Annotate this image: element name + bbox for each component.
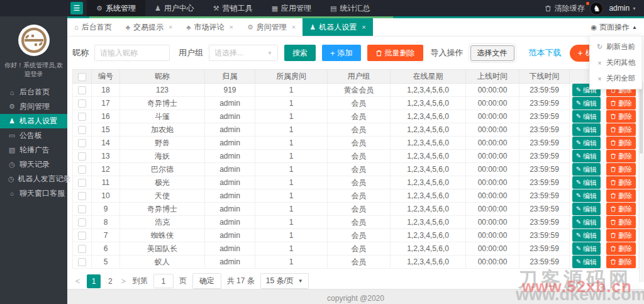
tab-robot-settings[interactable]: ♟ 机器人设置 × xyxy=(303,18,372,36)
edit-button[interactable]: ✎ 编辑 xyxy=(572,176,601,189)
add-button[interactable]: + 添加 xyxy=(322,45,361,61)
cell-days: 1,2,3,4,5,6,0 xyxy=(391,216,466,229)
sidebar-item-robot-settings[interactable]: ♟ 机器人设置 xyxy=(0,114,67,128)
tab-close-icon[interactable]: × xyxy=(362,23,365,31)
edit-button[interactable]: ✎ 编辑 xyxy=(572,216,601,228)
tab-room-management[interactable]: ⚙ 房间管理 × xyxy=(240,18,303,36)
user-menu[interactable]: admin ▼ xyxy=(609,4,636,13)
goto-page-input[interactable] xyxy=(153,274,174,288)
delete-button[interactable]: 删除 xyxy=(606,110,636,123)
scrollbar-thumb[interactable] xyxy=(640,87,643,154)
template-download-link[interactable]: 范本下载 xyxy=(529,47,562,59)
edit-button[interactable]: ✎ 编辑 xyxy=(572,97,601,110)
nav-item-system-management[interactable]: ⚙ 系统管理 xyxy=(87,0,145,16)
logo xyxy=(18,24,50,57)
sidebar-item-carousel-ads[interactable]: ▧ 轮播广告 xyxy=(0,143,67,157)
row-checkbox[interactable] xyxy=(78,126,86,134)
batch-delete-button[interactable]: 批量删除 xyxy=(367,45,423,61)
row-checkbox[interactable] xyxy=(78,245,86,253)
edit-button[interactable]: ✎ 编辑 xyxy=(572,256,601,268)
delete-button[interactable]: 删除 xyxy=(606,176,636,189)
clear-cache-button[interactable]: 清除缓存 xyxy=(545,3,584,14)
delete-button[interactable]: 删除 xyxy=(606,150,636,162)
choose-file-button[interactable]: 选择文件 xyxy=(470,45,514,61)
search-button[interactable]: 搜索 xyxy=(284,45,316,61)
row-checkbox[interactable] xyxy=(78,152,86,160)
row-checkbox[interactable] xyxy=(78,258,86,266)
row-checkbox[interactable] xyxy=(78,166,86,174)
delete-button[interactable]: 删除 xyxy=(606,137,636,149)
row-checkbox[interactable] xyxy=(78,192,86,200)
board-icon: ▭ xyxy=(8,132,16,140)
tab-close-icon[interactable]: × xyxy=(292,23,296,31)
tab-trade-tips[interactable]: ♣ 交易提示 × xyxy=(119,18,180,36)
tab-close-icon[interactable]: × xyxy=(230,23,233,31)
sidebar-item-chat-window-service[interactable]: ○ 聊天窗口客服 xyxy=(0,186,67,201)
page-operations-button[interactable]: ◉ 页面操作 ▲ xyxy=(591,18,637,36)
nav-item-app-management[interactable]: ▦ 应用管理 xyxy=(262,0,321,16)
row-checkbox[interactable] xyxy=(78,99,86,108)
delete-button[interactable]: 删除 xyxy=(606,97,636,110)
edit-button[interactable]: ✎ 编辑 xyxy=(572,150,601,162)
row-checkbox[interactable] xyxy=(78,179,86,187)
delete-button[interactable]: 删除 xyxy=(606,256,636,268)
edit-button[interactable]: ✎ 编辑 xyxy=(572,110,601,123)
user-group-select[interactable]: 请选择... ▼ xyxy=(209,45,278,61)
nickname-input[interactable] xyxy=(94,45,170,61)
edit-button[interactable]: ✎ 编辑 xyxy=(572,189,601,202)
sidebar-item-home[interactable]: ⌂ 后台首页 xyxy=(0,85,67,99)
row-checkbox[interactable] xyxy=(78,86,86,94)
page-number-1[interactable]: 1 xyxy=(87,274,101,288)
edit-button[interactable]: ✎ 编辑 xyxy=(572,137,601,149)
page-number-2[interactable]: 2 xyxy=(106,277,114,286)
vertical-scrollbar[interactable]: ▲ xyxy=(639,82,643,282)
row-checkbox[interactable] xyxy=(78,205,86,213)
row-checkbox[interactable] xyxy=(78,113,86,121)
delete-button[interactable]: 删除 xyxy=(606,229,636,242)
cell-checkbox xyxy=(73,216,92,229)
cell-id: 17 xyxy=(92,97,120,110)
row-checkbox[interactable] xyxy=(78,218,86,227)
hamburger-menu-icon[interactable]: ☰ xyxy=(70,2,83,14)
tab-market-comments[interactable]: ♣ 市场评论 × xyxy=(179,18,240,36)
edit-button[interactable]: ✎ 编辑 xyxy=(572,229,601,242)
nav-item-stats-summary[interactable]: ▤ 统计汇总 xyxy=(321,0,379,16)
delete-button[interactable]: 删除 xyxy=(606,123,636,136)
row-checkbox[interactable] xyxy=(78,232,86,240)
delete-button[interactable]: 删除 xyxy=(606,203,636,215)
nav-item-user-center[interactable]: ♟ 用户中心 xyxy=(145,0,204,16)
next-page-icon[interactable]: > xyxy=(120,277,127,286)
select-all-checkbox[interactable] xyxy=(78,73,86,81)
trash-icon xyxy=(610,127,616,133)
popup-item-refresh-current[interactable]: ↻ 刷新当前 xyxy=(590,39,641,55)
nav-item-marketing-tools[interactable]: ⚒ 营销工具 xyxy=(204,0,262,16)
table-body: 18 123 919 1 黄金会员 1,2,3,4,5,6,0 00:00:00… xyxy=(73,84,639,269)
edit-button[interactable]: ✎ 编辑 xyxy=(572,242,601,255)
cell-checkbox xyxy=(73,163,92,176)
sidebar-item-chat-log[interactable]: ◷ 聊天记录 xyxy=(0,157,67,172)
row-checkbox[interactable] xyxy=(78,139,86,147)
tab-home[interactable]: ⌂ 后台首页 xyxy=(67,18,119,36)
sidebar-item-room-management[interactable]: ⚙ 房间管理 xyxy=(0,99,67,114)
header-days: 在线星期 xyxy=(391,70,466,84)
popup-item-close-all[interactable]: × 关闭全部 xyxy=(590,70,641,86)
tab-close-icon[interactable]: × xyxy=(169,23,172,31)
cell-owner: admin xyxy=(205,203,255,216)
edit-button[interactable]: ✎ 编辑 xyxy=(572,163,601,176)
per-page-select[interactable]: 15 条/页 ▼ xyxy=(260,273,309,289)
cell-offline-time: 23:59:59 xyxy=(519,137,570,150)
trash-icon xyxy=(610,219,616,225)
avatar[interactable]: ♞ xyxy=(590,2,603,15)
delete-button[interactable]: 删除 xyxy=(606,163,636,176)
popup-item-close-others[interactable]: × 关闭其他 xyxy=(590,55,641,70)
edit-button[interactable]: ✎ 编辑 xyxy=(572,203,601,215)
edit-button[interactable]: ✎ 编辑 xyxy=(572,123,601,136)
sidebar-item-robot-speech-log[interactable]: ◷ 机器人发言记录 xyxy=(0,172,67,186)
confirm-button[interactable]: 确定 xyxy=(192,273,221,289)
sidebar-item-bulletin-board[interactable]: ▭ 公告板 xyxy=(0,128,67,143)
prev-page-icon[interactable]: < xyxy=(74,277,81,286)
delete-button[interactable]: 删除 xyxy=(606,242,636,255)
delete-button[interactable]: 删除 xyxy=(606,216,636,228)
cell-online-time: 00:00:00 xyxy=(466,84,519,97)
delete-button[interactable]: 删除 xyxy=(606,189,636,202)
